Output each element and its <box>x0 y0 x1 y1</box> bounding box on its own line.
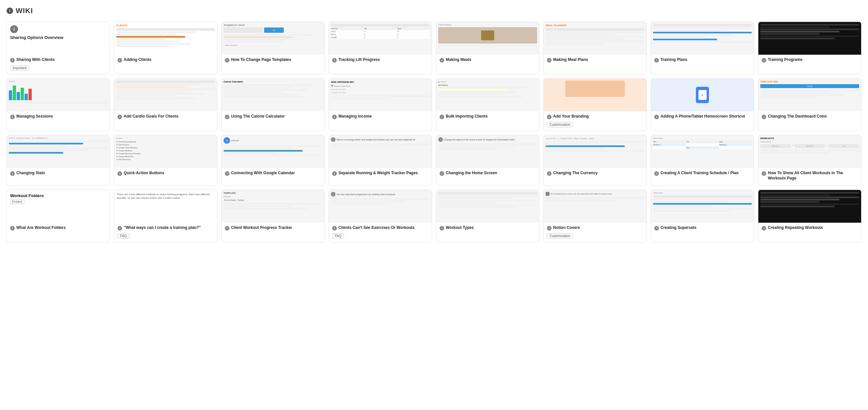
card-title: Separate Running & Weight Tracker Pages <box>338 171 418 176</box>
card-info-icon: i <box>440 226 444 231</box>
card-title: Sharing With Clients <box>17 57 55 63</box>
card-repeating-workouts[interactable]: i Creating Repeating Workouts <box>758 189 862 242</box>
card-changing-stats[interactable]: STATS · Workout Library · ALL WORKOUTS i… <box>6 135 110 186</box>
card-training-schedule[interactable]: Client Time Mon Tue Wed Workout 1 Workou… <box>651 135 754 186</box>
sharing-icon: i <box>10 25 18 33</box>
card-info-icon: i <box>10 171 15 176</box>
card-title: How To Change Page Templates <box>231 57 291 63</box>
card-adding-clients[interactable]: CLIENTS i Adding Clients <box>114 22 217 74</box>
card-meal-plans[interactable]: MEAL PLANNER i Making Meal Plans <box>543 22 647 74</box>
card-info-icon: i <box>440 171 444 176</box>
card-info-icon: i <box>440 58 444 63</box>
card-progress-tracker[interactable]: TEMPLATE Adding ▶ Prev to Change Trackin… <box>221 189 325 242</box>
card-title: Making Meals <box>446 57 471 63</box>
card-title: Tracking Lift Progress <box>338 57 380 63</box>
card-title: How To Show All Client Workouts in The W… <box>768 171 858 181</box>
card-title: Quick-Action Buttons <box>124 171 164 176</box>
card-homescreen-shortcut[interactable]: D i Adding A Phone/Tablet Homescreen Sho… <box>651 78 754 131</box>
wiki-info-icon: i <box>6 7 13 14</box>
card-title: "What ways can I create a training plan?… <box>124 225 200 231</box>
badge-customization: Customization <box>547 122 573 127</box>
card-bulk-import[interactable]: ▶ Clients All Clients i Bulk Importing C… <box>436 78 539 131</box>
card-info-icon: i <box>547 58 552 63</box>
card-managing-income[interactable]: ADD SESSION INV 📅 Session Date/Time Sept… <box>329 78 432 131</box>
card-info-icon: i <box>332 58 337 63</box>
card-sharing-options[interactable]: i Sharing Options Overview i Sharing Wit… <box>6 22 110 74</box>
card-title: Add Cardio Goals For Clients <box>124 114 178 119</box>
card-info-icon: i <box>762 171 766 176</box>
card-title: Changing Stats <box>17 171 45 176</box>
wiki-header: i WIKI <box>6 6 862 15</box>
card-info-icon: i <box>10 58 15 63</box>
badge-faq: FAQ <box>332 233 344 239</box>
card-info-icon: i <box>225 115 229 119</box>
card-title: Creating A Client Training Schedule / Pl… <box>660 171 738 176</box>
card-training-plans[interactable]: i Training Plans <box>651 22 754 74</box>
wiki-grid: i Sharing Options Overview i Sharing Wit… <box>6 22 862 242</box>
badge-customization: Customization <box>547 233 573 239</box>
card-title: Adding A Phone/Tablet Homescreen Shortcu… <box>660 114 745 119</box>
card-title: Creating Supersets <box>660 225 696 231</box>
card-title: Making Meal Plans <box>553 57 588 63</box>
card-home-screen[interactable]: i Change the layout of the home screen t… <box>436 135 539 186</box>
card-cardio-goals[interactable]: i Add Cardio Goals For Clients <box>114 78 217 131</box>
card-title: Managing Sessions <box>17 114 53 119</box>
card-tracking-lift[interactable]: Exercise Set Reps Squat 3 10 Bench 4 8 D… <box>329 22 432 74</box>
card-title: Training Plans <box>660 57 687 63</box>
card-show-workouts[interactable]: WORKOUTS Client Workout Workout 1 ↔ Work… <box>758 135 862 186</box>
card-info-icon: i <box>332 115 337 119</box>
card-supersets[interactable]: Client Time i Creating Supersets <box>651 189 754 242</box>
card-title: Bulk Importing Clients <box>446 114 488 119</box>
card-info-icon: i <box>547 115 552 119</box>
card-info-icon: i <box>654 171 659 176</box>
card-info-icon: i <box>547 171 552 176</box>
card-title: Changing The Currency <box>553 171 598 176</box>
badge-important: Important <box>10 65 29 71</box>
card-change-page-templates[interactable]: Templates for Clients Edit + New templat… <box>221 22 325 74</box>
card-dashboard-color[interactable]: TEMPLATE WIKI View ▶ i Changing The Dash… <box>758 78 862 131</box>
card-title: Training Programs <box>768 57 803 63</box>
card-notion-covers[interactable]: I've included some covers you can downlo… <box>543 189 647 242</box>
card-running-tracker[interactable]: i Here's a running tracker and weight lo… <box>329 135 432 186</box>
card-title: Using The Calorie Calculator <box>231 114 285 119</box>
card-quick-action[interactable]: Actions ✦ Add Onboarding link ✦ Add Sess… <box>114 135 217 186</box>
card-info-icon: i <box>225 171 229 176</box>
card-title: Connecting With Google Calendar <box>231 171 295 176</box>
card-info-icon: i <box>225 58 229 63</box>
card-title: Managing Income <box>338 114 371 119</box>
wiki-title: WIKI <box>16 6 33 15</box>
card-info-icon: i <box>10 226 15 231</box>
card-info-icon: i <box>118 171 122 176</box>
card-info-icon: i <box>654 226 659 231</box>
card-workout-folders[interactable]: Workout Folders [Folder] i What Are Work… <box>6 189 110 242</box>
card-info-icon: i <box>118 58 122 63</box>
card-title: Changing the Home Screen <box>446 171 497 176</box>
card-info-icon: i <box>225 226 229 231</box>
card-info-icon: i <box>654 115 659 119</box>
card-workout-types[interactable]: i Workout Types <box>436 189 539 242</box>
card-title: Client Workout Progress Tracker <box>231 225 292 231</box>
card-info-icon: i <box>118 115 122 119</box>
card-calorie-calculator[interactable]: Calorie Calculator i Using The Calorie C… <box>221 78 325 131</box>
card-training-programs[interactable]: i Training Programs <box>758 22 862 74</box>
card-training-plan-ways[interactable]: There are a few different methods to sha… <box>114 189 217 242</box>
card-title: Adding Clients <box>124 57 152 63</box>
card-currency[interactable]: style("$" + round(Total Paid Income (new… <box>543 135 647 186</box>
card-info-icon: i <box>10 115 15 119</box>
card-info-icon: i <box>762 58 766 63</box>
card-info-icon: i <box>654 58 659 63</box>
card-info-icon: i <box>762 115 766 119</box>
card-managing-sessions[interactable]: STATS i Managing Sessions <box>6 78 110 131</box>
card-clients-cant-see[interactable]: i You can only track progression by crea… <box>329 189 432 242</box>
card-info-icon: i <box>332 226 337 231</box>
card-making-meals[interactable]: ONBOARDING i Making Meals <box>436 22 539 74</box>
card-title: Clients Can't See Exercises Or Workouts <box>338 225 415 231</box>
badge-faq: FAQ <box>118 233 129 239</box>
card-google-calendar[interactable]: G Calendar i Connecting With Google Cale… <box>221 135 325 186</box>
card-title: Add Your Branding <box>553 114 589 119</box>
card-title: Creating Repeating Workouts <box>768 225 823 231</box>
card-info-icon: i <box>118 226 122 231</box>
card-title: What Are Workout Folders <box>17 225 66 231</box>
card-info-icon: i <box>762 226 766 231</box>
card-add-branding[interactable]: i Add Your Branding Customization <box>543 78 647 131</box>
